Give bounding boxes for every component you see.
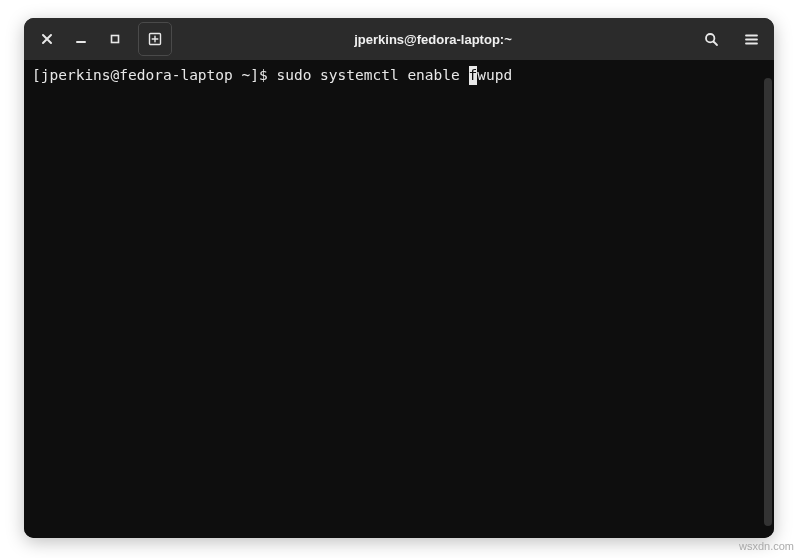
text-cursor: f xyxy=(469,66,478,85)
new-tab-icon xyxy=(147,31,163,47)
terminal-body[interactable]: [jperkins@fedora-laptop ~]$ sudo systemc… xyxy=(24,60,774,538)
close-icon xyxy=(41,33,53,45)
maximize-icon xyxy=(109,33,121,45)
shell-prompt: [jperkins@fedora-laptop ~]$ xyxy=(32,67,276,83)
search-icon xyxy=(704,32,719,47)
menu-button[interactable] xyxy=(734,22,768,56)
maximize-button[interactable] xyxy=(98,22,132,56)
watermark-text: wsxdn.com xyxy=(739,540,794,552)
terminal-window: jperkins@fedora-laptop:~ [jperkins@fedor… xyxy=(24,18,774,538)
window-title: jperkins@fedora-laptop:~ xyxy=(172,32,694,47)
minimize-icon xyxy=(75,33,87,45)
scrollbar[interactable] xyxy=(764,78,772,526)
command-text-before: sudo systemctl enable xyxy=(276,67,468,83)
titlebar-left-controls xyxy=(30,22,172,56)
titlebar-right-controls xyxy=(694,22,768,56)
close-button[interactable] xyxy=(30,22,64,56)
svg-rect-0 xyxy=(112,36,119,43)
new-tab-button[interactable] xyxy=(138,22,172,56)
hamburger-icon xyxy=(744,32,759,47)
minimize-button[interactable] xyxy=(64,22,98,56)
titlebar: jperkins@fedora-laptop:~ xyxy=(24,18,774,60)
search-button[interactable] xyxy=(694,22,728,56)
command-text-after: wupd xyxy=(477,67,512,83)
